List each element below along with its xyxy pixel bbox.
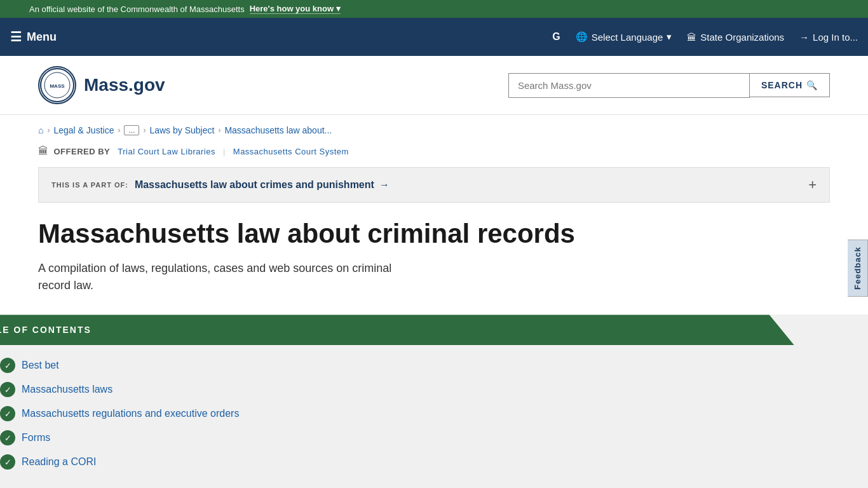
offered-by-label: OFFERED BY — [54, 147, 111, 156]
menu-label: Menu — [27, 30, 57, 44]
toc-link[interactable]: Best bet — [22, 360, 59, 371]
log-in-button[interactable]: → Log In to... — [799, 32, 858, 43]
toc-check-icon: ✓ — [0, 358, 15, 373]
toc-link[interactable]: Massachusetts laws — [22, 384, 112, 395]
part-of-label: THIS IS A PART OF: — [51, 181, 128, 189]
toc-list-item: ✓ Forms — [0, 430, 868, 445]
google-translate-icon-link[interactable]: G — [552, 31, 560, 43]
toc-list-item: ✓ Best bet — [0, 358, 868, 373]
toc-link[interactable]: Forms — [22, 432, 50, 444]
toc-list-item: ✓ Reading a CORI — [0, 454, 868, 470]
breadcrumb-ellipsis[interactable]: ... — [124, 125, 139, 135]
toc-link[interactable]: Reading a CORI — [22, 456, 96, 468]
toc-list: ✓ Best bet ✓ Massachusetts laws ✓ Massac… — [0, 345, 868, 488]
part-of-expand-button[interactable]: + — [808, 177, 817, 193]
part-of-arrow-icon: → — [379, 179, 390, 191]
globe-icon: 🌐 — [576, 31, 588, 43]
feedback-tab[interactable]: Feedback — [848, 240, 868, 297]
trial-court-link[interactable]: Trial Court Law Libraries — [118, 147, 215, 156]
page-title: Massachusetts law about criminal records — [38, 218, 830, 250]
toc-check-icon: ✓ — [0, 454, 15, 470]
toc-list-item: ✓ Massachusetts regulations and executiv… — [0, 406, 868, 421]
breadcrumb-sep-4: › — [218, 126, 220, 135]
select-language-button[interactable]: 🌐 Select Language ▾ — [576, 31, 672, 43]
main-nav: ☰ Menu G 🌐 Select Language ▾ 🏛 State Org… — [0, 18, 868, 56]
page-description: A compilation of laws, regulations, case… — [38, 260, 407, 294]
search-button-label: SEARCH — [761, 80, 803, 90]
breadcrumb-sep-1: › — [47, 126, 50, 135]
login-icon: → — [799, 32, 809, 43]
here-link[interactable]: Here's how you know ▾ — [250, 4, 341, 14]
part-of-link[interactable]: Massachusetts law about crimes and punis… — [135, 179, 390, 191]
ma-seal-small — [10, 3, 22, 15]
toc-container: TABLE OF CONTENTS ✓ Best bet ✓ Massachus… — [0, 315, 868, 488]
breadcrumb: ⌂ › Legal & Justice › ... › Laws by Subj… — [38, 125, 830, 135]
part-of-left: THIS IS A PART OF: Massachusetts law abo… — [51, 179, 390, 191]
home-icon: ⌂ — [38, 125, 43, 135]
official-text: An official website of the Commonwealth … — [29, 4, 245, 14]
svg-text:MASS: MASS — [50, 83, 65, 89]
search-button[interactable]: SEARCH 🔍 — [750, 73, 830, 97]
toc-check-icon: ✓ — [0, 430, 15, 445]
search-icon: 🔍 — [806, 80, 818, 90]
breadcrumb-legal-justice[interactable]: Legal & Justice — [53, 125, 114, 135]
offered-by: 🏛 OFFERED BY Trial Court Law Libraries |… — [38, 146, 830, 157]
toc-list-item: ✓ Massachusetts laws — [0, 382, 868, 397]
menu-button[interactable]: ☰ Menu — [10, 29, 57, 44]
breadcrumb-current[interactable]: Massachusetts law about... — [224, 125, 332, 135]
offered-by-icon: 🏛 — [38, 146, 49, 157]
search-area: SEARCH 🔍 — [508, 73, 830, 98]
site-header: MASS Mass.gov SEARCH 🔍 — [0, 56, 868, 115]
site-logo[interactable]: MASS Mass.gov — [38, 66, 165, 104]
breadcrumb-laws-by-subject[interactable]: Laws by Subject — [149, 125, 214, 135]
state-organizations-button[interactable]: 🏛 State Organizations — [687, 32, 784, 43]
search-input[interactable] — [508, 73, 750, 98]
toc-header: TABLE OF CONTENTS — [0, 315, 794, 345]
breadcrumb-sep-2: › — [118, 126, 120, 135]
chevron-down-icon: ▾ — [667, 31, 672, 43]
toc-check-icon: ✓ — [0, 382, 15, 397]
official-banner: An official website of the Commonwealth … — [0, 0, 868, 18]
logo-text: Mass.gov — [84, 75, 165, 95]
main-content: ⌂ › Legal & Justice › ... › Laws by Subj… — [0, 115, 868, 294]
breadcrumb-sep-3: › — [143, 126, 146, 135]
breadcrumb-home[interactable]: ⌂ — [38, 125, 43, 135]
building-icon: 🏛 — [687, 32, 696, 43]
hamburger-icon: ☰ — [10, 29, 22, 44]
chevron-icon: ▾ — [336, 4, 341, 13]
ma-court-system-link[interactable]: Massachusetts Court System — [233, 147, 349, 156]
nav-right-items: G 🌐 Select Language ▾ 🏛 State Organizati… — [552, 31, 858, 43]
toc-link[interactable]: Massachusetts regulations and executive … — [22, 408, 239, 419]
part-of-banner: THIS IS A PART OF: Massachusetts law abo… — [38, 167, 830, 203]
ma-seal: MASS — [38, 66, 76, 104]
offered-by-divider: | — [223, 147, 226, 156]
seal-svg: MASS — [39, 67, 75, 103]
google-icon: G — [552, 31, 560, 43]
toc-check-icon: ✓ — [0, 406, 15, 421]
